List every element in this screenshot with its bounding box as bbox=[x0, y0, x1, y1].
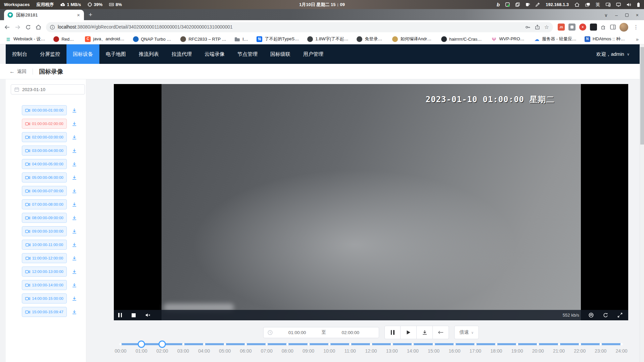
nav-menu-item[interactable]: 云端录像 bbox=[198, 44, 231, 64]
download-segment-button[interactable] bbox=[71, 295, 78, 302]
site-info-icon[interactable] bbox=[50, 25, 55, 30]
scrollbar-thumb[interactable] bbox=[640, 47, 644, 145]
nav-menu-item[interactable]: 拉流代理 bbox=[165, 44, 198, 64]
toolbar-home-icon[interactable] bbox=[36, 25, 41, 30]
download-segment-button[interactable] bbox=[71, 161, 78, 167]
user-menu[interactable]: 欢迎，admin ∨ bbox=[596, 51, 630, 57]
tab-close-icon[interactable]: × bbox=[76, 12, 81, 17]
bookmark-item[interactable]: 知 了不起的TypeScri... bbox=[257, 36, 299, 42]
timeline-handle-start[interactable] bbox=[138, 340, 145, 348]
bookmark-item[interactable]: 如何编译Android... bbox=[392, 36, 433, 42]
record-segment-button[interactable]: 03:00:00-04:00:00 bbox=[22, 146, 67, 156]
snapshot-button[interactable] bbox=[589, 313, 594, 318]
play-button[interactable] bbox=[401, 326, 417, 339]
playback-speed-button[interactable]: 倍速 ∨ bbox=[454, 326, 478, 339]
download-button[interactable] bbox=[417, 326, 433, 339]
record-segment-button[interactable]: 04:00:00-05:00:00 bbox=[22, 159, 67, 169]
volume-icon[interactable] bbox=[627, 3, 631, 7]
player-refresh-button[interactable] bbox=[603, 313, 608, 318]
tab-search-chevron-icon[interactable]: ∨ bbox=[604, 13, 608, 17]
download-segment-button[interactable] bbox=[71, 228, 78, 235]
extension-icon-3[interactable]: × bbox=[579, 24, 586, 31]
bookmark-item[interactable]: ≣ Webstack - 设计... bbox=[5, 36, 45, 42]
new-tab-button[interactable]: + bbox=[89, 11, 92, 18]
browser-menu-icon[interactable]: ⋮ bbox=[632, 24, 640, 30]
forward-icon[interactable] bbox=[15, 25, 21, 30]
extension-icon-2[interactable] bbox=[568, 24, 576, 31]
record-segment-button[interactable]: 01:00:00-02:00:00 bbox=[22, 119, 67, 129]
record-segment-button[interactable]: 14:00:00-15:00:00 bbox=[22, 293, 67, 304]
window-maximize-icon[interactable] bbox=[625, 13, 629, 17]
download-segment-button[interactable] bbox=[71, 269, 78, 275]
pause-button[interactable] bbox=[384, 326, 401, 339]
record-segment-button[interactable]: 05:00:00-06:00:00 bbox=[22, 172, 67, 183]
input-method-indicator[interactable]: 英 bbox=[596, 2, 600, 8]
extensions-puzzle-icon[interactable] bbox=[601, 24, 606, 30]
window-close-icon[interactable]: × bbox=[636, 13, 639, 17]
download-segment-button[interactable] bbox=[71, 107, 78, 114]
download-segment-button[interactable] bbox=[71, 121, 78, 127]
download-segment-button[interactable] bbox=[71, 201, 78, 208]
record-segment-button[interactable]: 02:00:00-03:00:00 bbox=[22, 132, 67, 142]
tray-screenshot-app-icon[interactable] bbox=[505, 2, 510, 7]
side-panel-icon[interactable] bbox=[610, 25, 616, 30]
record-segment-button[interactable]: 15:00:00-15:09:47 bbox=[22, 307, 67, 317]
extension-icon-js[interactable]: JS bbox=[558, 24, 565, 31]
window-minimize-icon[interactable]: – bbox=[615, 13, 618, 17]
download-segment-button[interactable] bbox=[71, 148, 78, 154]
bookmark-star-icon[interactable]: ☆ bbox=[544, 25, 549, 30]
nav-menu-item[interactable]: 国标级联 bbox=[264, 44, 297, 64]
download-segment-button[interactable] bbox=[71, 255, 78, 262]
bookmark-item[interactable]: C java、android可... bbox=[85, 36, 125, 42]
download-segment-button[interactable] bbox=[71, 134, 78, 140]
record-segment-button[interactable]: 12:00:00-13:00:00 bbox=[22, 267, 67, 277]
record-segment-button[interactable]: 10:00:00-11:00:00 bbox=[22, 240, 67, 250]
back-button[interactable]: ← 返回 bbox=[9, 69, 27, 75]
bookmark-item[interactable]: ☁ 服务器 - 轻量应用... bbox=[534, 36, 577, 42]
end-time-value[interactable]: 02:00:00 bbox=[326, 330, 375, 335]
record-segment-button[interactable]: 09:00:00-10:00:00 bbox=[22, 226, 67, 236]
download-segment-button[interactable] bbox=[71, 174, 78, 181]
nav-menu-item[interactable]: 控制台 bbox=[6, 44, 34, 64]
player-mute-button[interactable] bbox=[145, 313, 151, 317]
display-icon[interactable] bbox=[616, 3, 621, 7]
fullscreen-button[interactable] bbox=[617, 313, 623, 318]
record-segment-button[interactable]: 07:00:00-08:00:00 bbox=[22, 199, 67, 209]
nav-menu-item[interactable]: 电子地图 bbox=[99, 44, 132, 64]
bookmark-item[interactable]: RFC2833 – RTP Ev... bbox=[180, 36, 226, 42]
tray-app-b-icon[interactable]: b bbox=[497, 2, 500, 7]
bookmark-item[interactable]: 1.8W字|了不起的... bbox=[307, 36, 349, 42]
download-segment-button[interactable] bbox=[71, 309, 78, 315]
video-player[interactable]: 2023-01-10 01:00:00 星期二 552 kb/s bbox=[114, 84, 628, 320]
tray-clipboard-icon[interactable] bbox=[515, 2, 520, 7]
nav-menu-item[interactable]: 国标设备 bbox=[66, 44, 99, 64]
record-segment-button[interactable]: 13:00:00-14:00:00 bbox=[22, 280, 67, 290]
bookmarks-overflow-icon[interactable]: » bbox=[636, 36, 639, 42]
back-icon[interactable] bbox=[4, 25, 10, 30]
bookmark-item[interactable]: IPC bbox=[234, 36, 248, 42]
timeline-track[interactable] bbox=[121, 343, 622, 345]
bookmark-item[interactable]: 免登录复制 bbox=[357, 36, 384, 42]
bookmark-item[interactable]: hairrrrr/C-CrashC... bbox=[441, 36, 483, 42]
share-icon[interactable] bbox=[535, 25, 540, 30]
download-segment-button[interactable] bbox=[71, 242, 78, 248]
nav-menu-item[interactable]: 分屏监控 bbox=[34, 44, 66, 64]
extension-icon-4[interactable] bbox=[590, 24, 597, 31]
record-segment-button[interactable]: 00:00:00-01:00:00 bbox=[22, 105, 67, 115]
workspaces-button[interactable]: Workspaces bbox=[4, 2, 30, 7]
window-switcher-icon[interactable] bbox=[585, 3, 590, 7]
time-range-input[interactable]: 01:00:00 至 02:00:00 bbox=[263, 327, 379, 338]
download-segment-button[interactable] bbox=[71, 188, 78, 194]
battery-icon[interactable] bbox=[637, 2, 640, 7]
passwords-key-icon[interactable] bbox=[525, 25, 531, 30]
bookmark-item[interactable]: N HDAtmos :: 种子 *... bbox=[585, 36, 628, 42]
record-segment-button[interactable]: 06:00:00-07:00:00 bbox=[22, 186, 67, 196]
tray-caffeine-cup-icon[interactable] bbox=[525, 3, 530, 7]
applications-button[interactable]: 应用程序 bbox=[36, 2, 54, 8]
url-text[interactable]: localhost:38080/#/gbRecordDetail/3402000… bbox=[58, 25, 522, 30]
nav-menu-item[interactable]: 节点管理 bbox=[231, 44, 264, 64]
home-icon[interactable] bbox=[574, 2, 580, 7]
browser-tab[interactable]: 国标28181 × bbox=[4, 10, 84, 20]
date-picker-input[interactable]: 2023-01-10 bbox=[11, 84, 85, 94]
ip-address-indicator[interactable]: 192.168.1.3 bbox=[546, 2, 569, 7]
